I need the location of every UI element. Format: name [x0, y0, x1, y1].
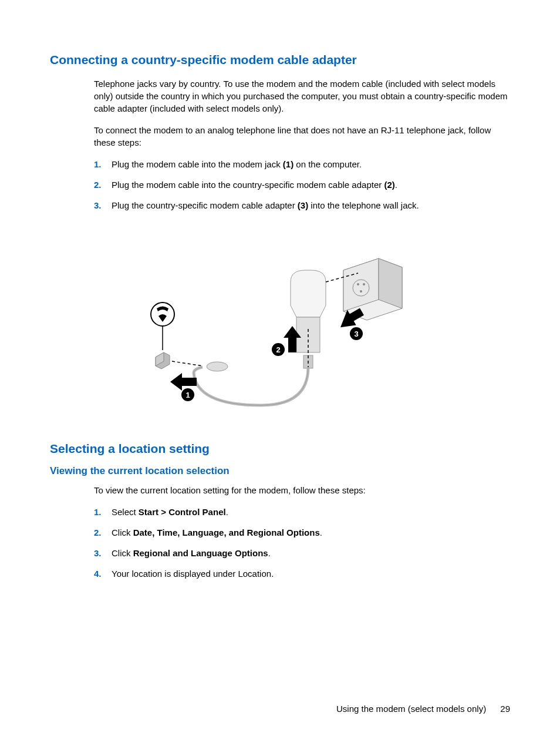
svg-text:2: 2	[276, 345, 280, 354]
heading-viewing-location: Viewing the current location selection	[50, 465, 510, 477]
step-text: Plug the country-specific modem cable ad…	[112, 199, 510, 211]
heading-connecting-adapter: Connecting a country-specific modem cabl…	[50, 53, 510, 67]
footer-section-title: Using the modem (select models only)	[336, 704, 486, 714]
svg-point-6	[360, 290, 362, 293]
svg-point-4	[357, 283, 359, 285]
step-number: 1.	[94, 158, 112, 170]
list-item: 3. Plug the country-specific modem cable…	[94, 199, 510, 211]
step-text: Click Date, Time, Language, and Regional…	[112, 526, 510, 539]
step-number: 4.	[94, 567, 112, 580]
svg-line-19	[172, 361, 203, 366]
page-number: 29	[500, 704, 510, 714]
step-number: 2.	[94, 179, 112, 191]
list-item: 3. Click Regional and Language Options.	[94, 547, 510, 559]
list-item: 1. Select Start > Control Panel.	[94, 506, 510, 518]
step-text: Your location is displayed under Locatio…	[112, 567, 510, 580]
page-footer: Using the modem (select models only) 29	[336, 704, 510, 714]
modem-adapter-diagram: 3 2 1	[126, 241, 420, 417]
steps-list-1: 1. Plug the modem cable into the modem j…	[94, 158, 510, 211]
intro-paragraph-2: To connect the modem to an analog teleph…	[94, 124, 510, 149]
step-text: Plug the modem cable into the modem jack…	[112, 158, 510, 170]
list-item: 2. Click Date, Time, Language, and Regio…	[94, 526, 510, 539]
step-text: Select Start > Control Panel.	[112, 506, 510, 518]
svg-text:1: 1	[185, 391, 190, 399]
list-item: 1. Plug the modem cable into the modem j…	[94, 158, 510, 170]
steps-list-2: 1. Select Start > Control Panel. 2. Clic…	[94, 506, 510, 580]
step-text: Plug the modem cable into the country-sp…	[112, 179, 510, 191]
list-item: 2. Plug the modem cable into the country…	[94, 179, 510, 191]
svg-text:3: 3	[354, 330, 358, 338]
step-number: 3.	[94, 199, 112, 211]
step-number: 3.	[94, 547, 112, 559]
svg-marker-2	[379, 258, 402, 308]
step-text: Click Regional and Language Options.	[112, 547, 510, 559]
list-item: 4. Your location is displayed under Loca…	[94, 567, 510, 580]
heading-selecting-location: Selecting a location setting	[50, 442, 510, 456]
step-number: 1.	[94, 506, 112, 518]
svg-point-14	[207, 362, 228, 371]
intro-paragraph-1: Telephone jacks vary by country. To use …	[94, 78, 510, 115]
step-number: 2.	[94, 526, 112, 539]
svg-point-5	[363, 283, 365, 285]
intro-paragraph-3: To view the current location setting for…	[94, 484, 510, 496]
